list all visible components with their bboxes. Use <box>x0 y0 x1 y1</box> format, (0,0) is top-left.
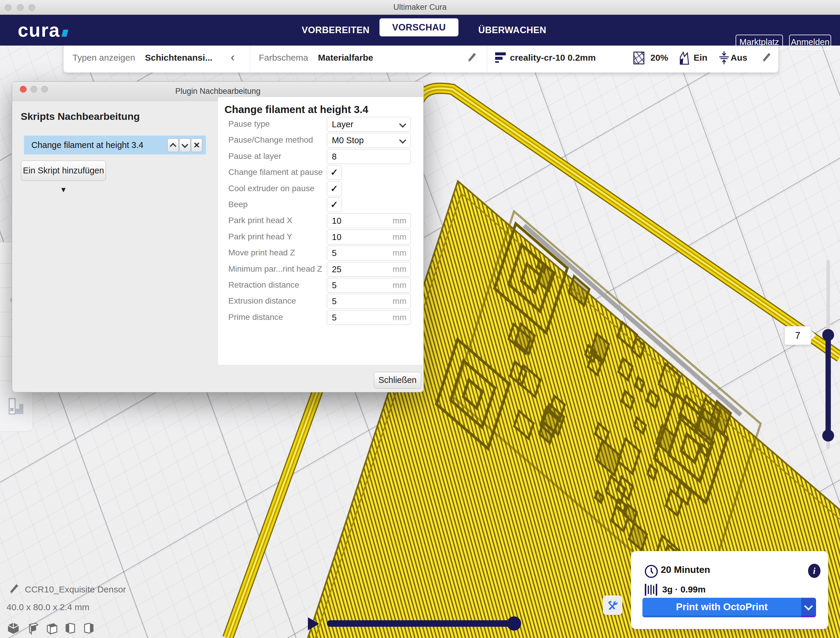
input-move-print-head-z[interactable]: 5mm <box>327 245 411 260</box>
form-row-label: Change filament at pause <box>228 165 326 179</box>
selected-script-label: Change filament at height 3.4 <box>32 136 144 155</box>
input-park-print-head-x[interactable]: 10mm <box>327 213 411 228</box>
select-pause-change-method[interactable]: M0 Stop <box>327 133 411 148</box>
object-dimensions: 40.0 x 80.0 x 2.4 mm <box>6 602 89 612</box>
printer-profile-value[interactable]: creality-cr-10 0.2mm <box>510 43 596 73</box>
print-options-dropdown[interactable] <box>801 598 816 616</box>
infill-icon <box>633 52 646 66</box>
dialog-close-button[interactable] <box>20 86 27 93</box>
edit-profile-pencil-icon[interactable] <box>760 51 773 65</box>
minimize-window-button[interactable] <box>17 4 24 11</box>
dialog-minimize-button[interactable] <box>30 86 37 93</box>
tab-ueberwachen[interactable]: ÜBERWACHEN <box>478 14 538 46</box>
color-scheme-dropdown[interactable]: Materialfarbe <box>318 43 373 73</box>
playback-slider-track[interactable] <box>327 620 516 627</box>
close-window-button[interactable] <box>5 4 11 11</box>
field-value: 5 <box>332 294 336 308</box>
monitor-settings-button[interactable] <box>603 595 622 615</box>
form-row-label: Move print head Z <box>228 245 326 260</box>
input-pause-at-layer[interactable]: 8 <box>327 149 411 164</box>
infill-value: 20% <box>651 43 668 73</box>
form-row-label: Park print head Y <box>228 230 326 244</box>
object-name: CCR10_Exquisite Densor <box>25 584 126 595</box>
checkbox-beep[interactable]: ✓ <box>327 197 342 212</box>
playback-slider-handle[interactable] <box>507 616 521 631</box>
input-prime-distance[interactable]: 5mm <box>327 310 411 325</box>
form-row-label: Beep <box>228 197 326 212</box>
input-extrusion-distance[interactable]: 5mm <box>327 294 411 309</box>
field-value: 8 <box>332 149 336 164</box>
field-unit: mm <box>393 262 406 276</box>
info-icon[interactable]: i <box>808 564 821 578</box>
edit-pencil-icon[interactable] <box>466 51 478 65</box>
app-header: cura VORBEREITEN VORSCHAU ÜBERWACHEN Mar… <box>0 14 840 46</box>
view-top-icon[interactable] <box>44 621 58 635</box>
layer-slider-range[interactable] <box>826 335 831 437</box>
signin-button[interactable]: Anmelden <box>789 35 831 49</box>
support-icon <box>679 51 692 66</box>
material-estimate: 3g · 0.99m <box>662 584 706 595</box>
move-script-down-button[interactable] <box>179 138 191 152</box>
form-row-label: Retraction distance <box>228 278 326 292</box>
view-type-dropdown[interactable]: Schichtenansi... <box>145 43 212 73</box>
selected-script-row[interactable]: Change filament at height 3.4 ✕ <box>24 136 206 155</box>
field-value: 10 <box>332 214 341 228</box>
view-front-icon[interactable] <box>25 621 39 635</box>
chevron-down-icon <box>399 120 406 128</box>
form-row-label: Park print head X <box>228 213 326 228</box>
add-script-dropdown[interactable]: Ein Skript hinzufügen ▾ <box>21 161 106 181</box>
play-button[interactable] <box>308 617 319 630</box>
zoom-window-button[interactable] <box>28 4 35 11</box>
layers-icon <box>495 52 507 66</box>
layer-slider-top-handle[interactable] <box>822 329 834 341</box>
script-settings-title: Change filament at height 3.4 <box>224 104 368 116</box>
input-minimum-par-rint-head-z[interactable]: 25mm <box>327 262 411 277</box>
print-info-panel: 20 Minuten i 3g · 0.99m Print with OctoP… <box>631 551 828 629</box>
chevron-down-icon <box>804 602 813 611</box>
marketplace-button[interactable]: Marktplatz <box>736 35 783 49</box>
form-row-label: Extrusion distance <box>228 294 326 308</box>
support-value: Ein <box>693 43 707 73</box>
field-value: 25 <box>332 262 341 276</box>
input-park-print-head-y[interactable]: 10mm <box>327 230 411 244</box>
field-value: 5 <box>332 278 336 292</box>
window-titlebar[interactable]: Ultimaker Cura <box>0 0 840 15</box>
print-with-octoprint-button[interactable]: Print with OctoPrint <box>643 598 816 617</box>
wrench-hammer-icon <box>606 599 619 611</box>
move-script-up-button[interactable] <box>167 138 178 152</box>
input-retraction-distance[interactable]: 5mm <box>327 278 411 293</box>
view-type-label: Typen anzeigen <box>73 43 135 73</box>
camera-view-buttons <box>6 621 96 635</box>
checkbox-cool-extruder-on-pause[interactable]: ✓ <box>327 181 342 196</box>
print-time-estimate: 20 Minuten <box>661 564 710 575</box>
form-row-label: Cool extruder on pause <box>228 181 326 196</box>
view-right-icon[interactable] <box>82 621 96 635</box>
dialog-zoom-button[interactable] <box>41 86 48 93</box>
form-row-label: Pause at layer <box>228 149 326 163</box>
post-processing-dialog: Plugin Nachbearbeitung Skripts Nachbearb… <box>12 81 424 393</box>
view-left-icon[interactable] <box>63 621 77 635</box>
field-value: 10 <box>332 230 341 244</box>
print-button-label[interactable]: Print with OctoPrint <box>643 598 801 617</box>
select-pause-type[interactable]: Layer <box>327 117 411 132</box>
color-scheme-label: Farbschema <box>259 43 308 73</box>
close-dialog-button[interactable]: Schließen <box>374 372 421 389</box>
form-row-label: Pause type <box>228 117 326 131</box>
cura-logo: cura <box>18 19 68 41</box>
view-3d-icon[interactable] <box>6 621 20 635</box>
view-settings-toolbar: Typen anzeigen Schichtenansi... ‹ Farbsc… <box>63 43 778 73</box>
form-row-label: Minimum par...rint head Z <box>228 262 326 276</box>
field-value: Layer <box>332 117 354 131</box>
field-unit: mm <box>393 246 406 260</box>
layer-slider-bottom-handle[interactable] <box>822 430 834 442</box>
tab-vorschau[interactable]: VORSCHAU <box>379 18 458 36</box>
field-unit: mm <box>393 310 406 325</box>
clock-icon <box>644 564 658 580</box>
rename-pencil-icon[interactable] <box>8 583 21 597</box>
checkbox-change-filament-at-pause[interactable]: ✓ <box>327 165 342 180</box>
tab-vorbereiten[interactable]: VORBEREITEN <box>302 14 361 46</box>
collapse-chevron-icon[interactable]: ‹ <box>231 43 235 71</box>
remove-script-button[interactable]: ✕ <box>191 138 202 152</box>
current-layer-flag: 7 <box>785 326 811 345</box>
window-title: Ultimaker Cura <box>0 0 840 14</box>
